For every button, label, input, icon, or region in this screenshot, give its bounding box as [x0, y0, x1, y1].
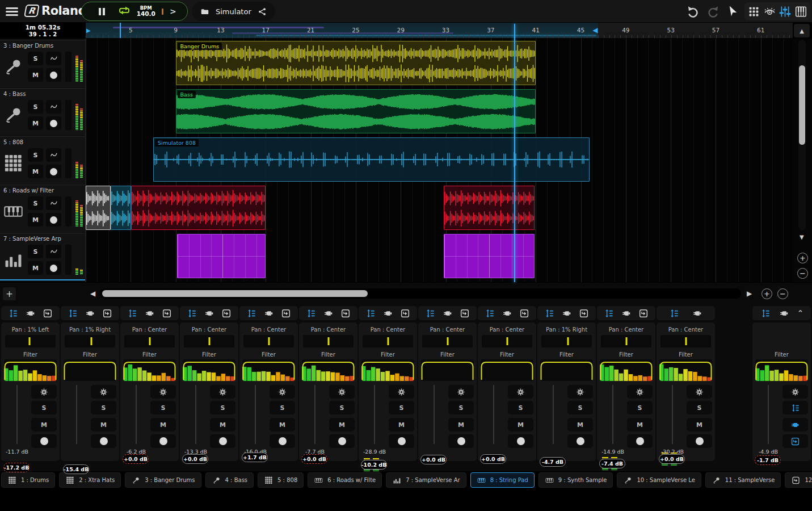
pan-slider[interactable] — [184, 335, 234, 347]
volume-fader[interactable] — [434, 385, 435, 444]
plug-button[interactable] — [25, 309, 36, 318]
record-arm-button[interactable] — [46, 261, 61, 275]
mute-button[interactable]: M — [28, 116, 43, 130]
pan-slider[interactable] — [363, 335, 413, 347]
sends-button[interactable] — [305, 309, 317, 318]
sendout-button[interactable] — [638, 309, 649, 318]
midi-clip[interactable] — [444, 234, 535, 278]
solo-button[interactable]: S — [28, 245, 43, 258]
sends-button[interactable] — [544, 309, 555, 318]
volume-fader[interactable] — [76, 385, 77, 444]
mute-button[interactable]: M — [28, 213, 43, 227]
plug-button[interactable] — [382, 309, 394, 318]
fader-db-badge[interactable]: +0.0 dB — [301, 454, 327, 464]
plug-button[interactable] — [621, 309, 632, 318]
channel-record-button[interactable] — [448, 434, 474, 448]
filter-display[interactable] — [481, 359, 533, 381]
volume-fader[interactable] — [612, 385, 613, 444]
piano-view-icon[interactable] — [795, 6, 807, 18]
pause-button[interactable] — [99, 8, 105, 15]
pan-slider[interactable] — [65, 335, 115, 347]
channel-record-button[interactable] — [687, 434, 712, 448]
channel-record-button[interactable] — [329, 434, 355, 448]
channel-record-button[interactable] — [210, 434, 235, 448]
sends-button[interactable] — [186, 309, 197, 318]
sendout-button[interactable] — [221, 309, 232, 318]
fader-db-badge[interactable]: -4.7 dB — [540, 457, 566, 467]
automation-button[interactable] — [46, 100, 61, 114]
zoom-in-button[interactable] — [761, 288, 772, 299]
channel-settings-button[interactable] — [150, 385, 176, 399]
scroll-left-button[interactable]: ◀ — [90, 290, 95, 298]
volume-fader[interactable] — [136, 385, 137, 444]
solo-button[interactable]: S — [28, 196, 43, 210]
horizontal-scrollbar-thumb[interactable] — [102, 290, 368, 297]
channel-solo-button[interactable]: S — [270, 401, 295, 414]
share-icon[interactable] — [257, 7, 267, 16]
fader-db-badge[interactable]: +0.0 dB — [420, 455, 447, 464]
track-header[interactable]: 6 : Roads w/ Filter S M — [0, 185, 85, 232]
solo-button[interactable]: S — [28, 52, 43, 65]
pan-slider[interactable] — [660, 335, 711, 347]
vertical-scrollbar[interactable] — [798, 40, 806, 231]
filter-display[interactable] — [600, 359, 653, 381]
sends-button[interactable] — [603, 309, 615, 318]
add-track-button[interactable]: + — [3, 287, 16, 300]
volume-fader[interactable] — [553, 385, 554, 444]
channel-settings-button[interactable] — [782, 385, 808, 399]
scroll-up-button[interactable]: ▲ — [794, 24, 810, 37]
sends-button[interactable] — [67, 309, 78, 318]
fader-db-badge[interactable]: -7.4 dB — [599, 459, 625, 468]
filter-display[interactable] — [123, 359, 176, 381]
channel-settings-button[interactable] — [508, 385, 533, 399]
channel-settings-button[interactable] — [389, 385, 414, 399]
pan-slider[interactable] — [5, 335, 56, 347]
volume-fader[interactable] — [493, 385, 494, 444]
channel-solo-button[interactable]: S — [389, 401, 414, 414]
track-tab[interactable]: 4 : Bass — [205, 472, 254, 488]
channel-record-button[interactable] — [91, 434, 116, 448]
channel-solo-button[interactable]: S — [210, 401, 235, 414]
sendout-button[interactable] — [280, 309, 292, 318]
channel-settings-button[interactable] — [210, 385, 235, 399]
channel-mute-button[interactable]: M — [567, 418, 593, 432]
collapse-mixer-button[interactable]: ⌃ — [797, 309, 803, 317]
cursor-tool-icon[interactable] — [726, 5, 739, 18]
track-header[interactable]: 3 : Banger Drums S M — [0, 40, 85, 87]
filter-display[interactable] — [302, 359, 355, 381]
master-sendout-button[interactable] — [782, 434, 808, 448]
loop-button[interactable] — [118, 6, 131, 17]
edit-marker[interactable] — [120, 23, 121, 39]
automation-button[interactable] — [46, 52, 61, 65]
track-tab[interactable]: 9 : Synth Sample — [538, 472, 613, 488]
channel-record-button[interactable] — [567, 434, 593, 448]
plug-button[interactable] — [144, 309, 155, 318]
channel-record-button[interactable] — [31, 434, 57, 448]
channel-solo-button[interactable]: S — [687, 401, 712, 414]
sendout-button[interactable] — [399, 309, 411, 318]
channel-settings-button[interactable] — [687, 385, 712, 399]
open-project-icon[interactable] — [200, 7, 210, 16]
track-tab[interactable]: 6 : Roads w/ Filte — [308, 472, 382, 488]
fader-db-badge[interactable]: -1.7 dB — [755, 455, 781, 465]
sendout-button[interactable] — [42, 309, 53, 318]
channel-mute-button[interactable]: M — [270, 418, 295, 432]
channel-settings-button[interactable] — [329, 385, 355, 399]
plug-button[interactable] — [561, 309, 573, 318]
audio-clip[interactable]: Bass — [176, 89, 536, 133]
fader-db-badge[interactable]: +0.0 dB — [123, 454, 149, 464]
record-arm-button[interactable] — [46, 165, 61, 178]
fader-db-badge[interactable]: -10.2 dB — [361, 460, 387, 470]
pan-slider[interactable] — [303, 335, 354, 347]
volume-fader[interactable] — [374, 385, 375, 444]
automation-button[interactable] — [46, 245, 61, 258]
audio-clip[interactable] — [131, 186, 266, 230]
loop-start-marker[interactable]: ▶ — [86, 27, 91, 33]
volume-fader[interactable] — [195, 385, 196, 444]
audio-clip[interactable]: Banger Drums — [176, 41, 536, 85]
plug-button[interactable] — [204, 309, 215, 318]
filter-display[interactable] — [421, 359, 474, 381]
channel-record-button[interactable] — [627, 434, 653, 448]
bpm-display[interactable]: BPM 140.0 — [137, 6, 155, 17]
master-sends-button[interactable] — [782, 401, 808, 414]
